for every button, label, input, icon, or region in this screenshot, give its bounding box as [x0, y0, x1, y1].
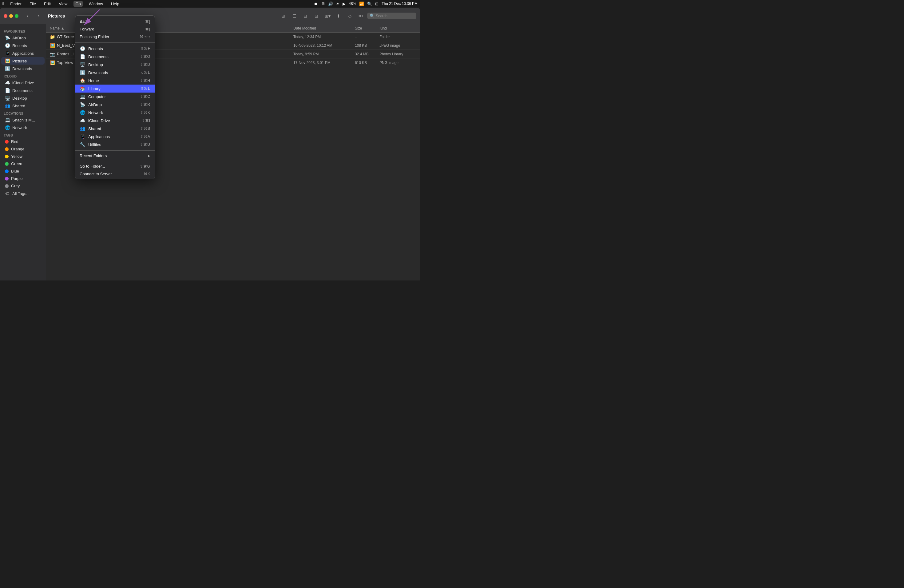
desktop-icon: 🖥️ — [5, 96, 10, 101]
sidebar-item-all-tags[interactable]: 🏷 All Tags... — [1, 190, 44, 197]
back-button[interactable]: ‹ — [24, 12, 32, 20]
recents-icon: 🕐 — [5, 43, 10, 48]
search-input[interactable] — [376, 14, 412, 18]
sidebar-item-documents[interactable]: 📄 Documents — [1, 87, 44, 94]
applications-icon: 📱 — [5, 51, 10, 56]
go-menu-home[interactable]: 🏠 Home ⇧⌘H — [75, 77, 155, 85]
file-kind-cell: PNG image — [379, 60, 416, 65]
apple-menu[interactable]:  — [2, 1, 4, 6]
col-date-header[interactable]: Date Modified — [293, 26, 355, 30]
menu-finder[interactable]: Finder — [8, 1, 24, 7]
menubar-right: ⏺ 🖥 🔊 ✶ ▶ 48% 📶 🔍 ⊞ Thu 21 Dec 10:36 PM — [314, 2, 417, 6]
maximize-button[interactable] — [15, 14, 19, 18]
go-menu-icloud-drive[interactable]: ☁️ iCloud Drive ⇧⌘I — [75, 117, 155, 125]
menu-view[interactable]: View — [57, 1, 69, 7]
col-kind-header[interactable]: Kind — [379, 26, 416, 30]
bluetooth-icon[interactable]: ✶ — [336, 2, 340, 6]
volume-icon[interactable]: 🔊 — [328, 2, 333, 6]
menu-file[interactable]: File — [28, 1, 38, 7]
image-icon: 🖼️ — [50, 43, 55, 48]
sidebar-item-network[interactable]: 🌐 Network — [1, 124, 44, 131]
icon-view-btn[interactable]: ⊞ — [278, 12, 288, 20]
go-utilities-shortcut: ⇧⌘U — [140, 142, 150, 147]
sidebar: Favourites 📡 AirDrop 🕐 Recents 📱 Applica… — [0, 24, 46, 280]
gallery-view-btn[interactable]: ⊡ — [312, 12, 321, 20]
documents-label: Documents — [12, 88, 33, 93]
library-menu-icon: 📚 — [80, 86, 85, 91]
go-menu-enclosing[interactable]: Enclosing Folder ⌘⌥↑ — [75, 33, 155, 41]
play-icon[interactable]: ▶ — [343, 2, 346, 6]
go-menu-downloads[interactable]: ⬇️ Downloads ⌥⌘L — [75, 69, 155, 77]
go-menu-recents[interactable]: 🕐 Recents ⇧⌘F — [75, 44, 155, 52]
search-menu-icon[interactable]: 🔍 — [367, 2, 372, 6]
go-menu-utilities[interactable]: 🔧 Utilities ⇧⌘U — [75, 141, 155, 149]
sidebar-item-tag-blue[interactable]: Blue — [1, 168, 44, 175]
tag-red-label: Red — [11, 139, 19, 144]
go-menu-section-nav: Back ⌘[ Forward ⌘] Enclosing Folder ⌘⌥↑ — [75, 17, 155, 41]
go-menu-shared[interactable]: 👥 Shared ⇧⌘S — [75, 125, 155, 133]
go-menu-back[interactable]: Back ⌘[ — [75, 17, 155, 25]
sidebar-item-tag-orange[interactable]: Orange — [1, 145, 44, 153]
go-home-label: Home — [88, 78, 137, 83]
sidebar-item-applications[interactable]: 📱 Applications — [1, 49, 44, 57]
go-menu-desktop[interactable]: 🖥️ Desktop ⇧⌘D — [75, 60, 155, 69]
go-airdrop-shortcut: ⇧⌘R — [140, 103, 150, 107]
file-name-label: GT Scree — [57, 35, 74, 39]
sidebar-item-pictures[interactable]: 🖼️ Pictures — [1, 57, 44, 65]
menu-go[interactable]: Go — [73, 1, 82, 7]
go-menu-airdrop[interactable]: 📡 AirDrop ⇧⌘R — [75, 101, 155, 109]
screen-icon[interactable]: 🖥 — [321, 2, 325, 6]
menu-window[interactable]: Window — [87, 1, 105, 7]
finder-window: ‹ › Pictures ⊞ ☰ ⊟ ⊡ ⊞▾ ⬆ ◇ ••• 🔍 Favour… — [0, 8, 420, 280]
go-menu-library[interactable]: 📚 Library ⇧⌘L — [75, 85, 155, 93]
forward-button[interactable]: › — [35, 12, 43, 20]
tag-btn[interactable]: ◇ — [345, 12, 354, 20]
go-menu-applications[interactable]: 📱 Applications ⇧⌘A — [75, 133, 155, 141]
go-menu-forward[interactable]: Forward ⌘] — [75, 25, 155, 33]
sidebar-item-icloud-drive[interactable]: ☁️ iCloud Drive — [1, 79, 44, 87]
wifi-icon[interactable]: 📶 — [359, 2, 364, 6]
column-view-btn[interactable]: ⊟ — [301, 12, 310, 20]
network-menu-icon: 🌐 — [80, 110, 85, 115]
go-menu-documents[interactable]: 📄 Documents ⇧⌘O — [75, 52, 155, 60]
menu-help[interactable]: Help — [109, 1, 121, 7]
go-icloud-label: iCloud Drive — [88, 119, 139, 123]
sidebar-item-shachis-m[interactable]: 💻 Shachi's M... — [1, 116, 44, 123]
search-box[interactable]: 🔍 — [367, 13, 416, 19]
go-menu-goto-folder[interactable]: Go to Folder... ⇧⌘G — [75, 162, 155, 170]
file-date-cell: Today, 12:34 PM — [293, 35, 355, 39]
sidebar-item-tag-purple[interactable]: Purple — [1, 175, 44, 182]
go-menu-network[interactable]: 🌐 Network ⇧⌘K — [75, 109, 155, 117]
sidebar-item-downloads[interactable]: ⬇️ Downloads — [1, 65, 44, 72]
go-menu-connect-server[interactable]: Connect to Server... ⌘K — [75, 170, 155, 178]
locations-label: Locations — [0, 110, 46, 116]
sidebar-item-shared[interactable]: 👥 Shared — [1, 102, 44, 109]
go-recents-label: Recents — [88, 46, 137, 51]
sidebar-item-tag-grey[interactable]: Grey — [1, 182, 44, 190]
go-menu-recent-folders[interactable]: Recent Folders ▶ — [75, 152, 155, 160]
go-network-label: Network — [88, 111, 137, 115]
sidebar-item-recents[interactable]: 🕐 Recents — [1, 42, 44, 49]
control-center-icon[interactable]: ⊞ — [375, 2, 379, 6]
group-btn[interactable]: ⊞▾ — [323, 12, 332, 20]
go-menu-computer[interactable]: 💻 Computer ⇧⌘C — [75, 93, 155, 101]
more-btn[interactable]: ••• — [356, 12, 365, 20]
menu-edit[interactable]: Edit — [42, 1, 52, 7]
recents-menu-icon: 🕐 — [80, 46, 85, 51]
share-btn[interactable]: ⬆ — [334, 12, 343, 20]
go-home-shortcut: ⇧⌘H — [140, 78, 150, 83]
recent-folders-arrow: ▶ — [148, 154, 150, 158]
sidebar-item-tag-green[interactable]: Green — [1, 160, 44, 167]
sidebar-item-tag-red[interactable]: Red — [1, 138, 44, 145]
sidebar-item-tag-yellow[interactable]: Yellow — [1, 153, 44, 160]
pictures-label: Pictures — [12, 59, 27, 63]
sidebar-item-desktop[interactable]: 🖥️ Desktop — [1, 95, 44, 102]
go-apps-shortcut: ⇧⌘A — [140, 134, 150, 139]
record-icon[interactable]: ⏺ — [314, 2, 318, 6]
sidebar-item-airdrop[interactable]: 📡 AirDrop — [1, 34, 44, 41]
tag-yellow-label: Yellow — [11, 154, 22, 159]
close-button[interactable] — [4, 14, 7, 18]
minimize-button[interactable] — [9, 14, 13, 18]
list-view-btn[interactable]: ☰ — [290, 12, 299, 20]
col-size-header[interactable]: Size — [355, 26, 379, 30]
